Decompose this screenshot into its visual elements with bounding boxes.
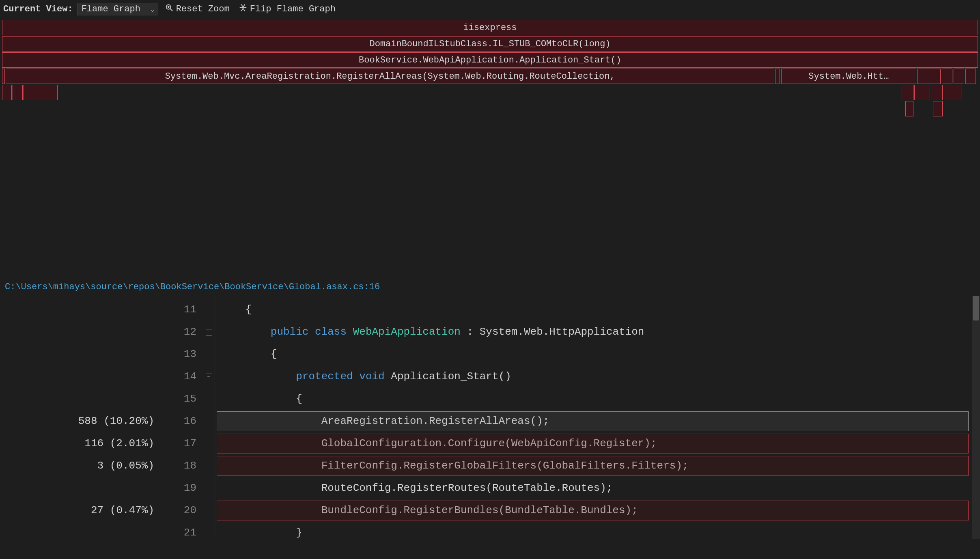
reset-zoom-button[interactable]: Reset Zoom (162, 2, 232, 16)
flame-frame[interactable] (917, 69, 941, 84)
metric-value (0, 366, 154, 388)
line-number: 11 (162, 299, 196, 321)
flame-frame[interactable] (775, 69, 780, 84)
line-number-gutter: 1112131415161718192021 (162, 296, 203, 539)
flame-frame[interactable] (905, 101, 913, 116)
code-line[interactable]: BundleConfig.RegisterBundles(BundleTable… (215, 499, 980, 522)
flame-row (0, 101, 980, 117)
flame-frame[interactable] (2, 69, 5, 84)
line-number: 18 (162, 455, 196, 477)
metric-value: 588 (10.20%) (0, 410, 154, 432)
code-line[interactable]: RouteConfig.RegisterRoutes(RouteTable.Ro… (215, 477, 980, 499)
line-number: 14 (162, 366, 196, 388)
fold-toggle (203, 455, 215, 477)
flame-frame[interactable] (24, 85, 58, 100)
fold-toggle[interactable]: − (203, 366, 215, 388)
fold-toggle[interactable]: − (203, 321, 215, 343)
code-line[interactable]: { (215, 388, 980, 410)
code-editor: 588 (10.20%)116 (2.01%)3 (0.05%)27 (0.47… (0, 296, 980, 539)
fold-toggle (203, 477, 215, 499)
collapse-icon: − (206, 329, 212, 335)
current-view-label: Current View: (3, 4, 73, 14)
fold-toggle (203, 388, 215, 410)
fold-toggle (203, 410, 215, 432)
svg-line-1 (170, 9, 172, 11)
metric-value (0, 388, 154, 410)
metric-value (0, 522, 154, 544)
code-line[interactable]: AreaRegistration.RegisterAllAreas(); (215, 410, 980, 432)
chevron-down-icon: ⌄ (151, 5, 155, 13)
code-lines[interactable]: { public class WebApiApplication : Syste… (215, 296, 980, 539)
metric-value (0, 477, 154, 499)
flame-frame[interactable] (902, 85, 913, 100)
flame-row (0, 85, 980, 101)
code-line[interactable]: { (215, 343, 980, 366)
fold-toggle (203, 432, 215, 455)
metric-value (0, 299, 154, 321)
flip-flame-button[interactable]: Flip Flame Graph (236, 2, 338, 16)
metric-value (0, 321, 154, 343)
flame-frame[interactable]: BookService.WebApiApplication.Applicatio… (2, 52, 978, 68)
metric-value: 27 (0.47%) (0, 499, 154, 522)
code-line[interactable]: { (215, 299, 980, 321)
flame-frame[interactable]: DomainBoundILStubClass.IL_STUB_COMtoCLR(… (2, 36, 978, 52)
line-number: 17 (162, 432, 196, 455)
flame-frame[interactable] (954, 69, 965, 84)
fold-toggle (203, 522, 215, 544)
line-number: 16 (162, 410, 196, 432)
view-dropdown[interactable]: Flame Graph ⌄ (77, 3, 158, 15)
hot-path-highlight (217, 456, 969, 476)
line-number: 12 (162, 321, 196, 343)
hot-path-highlight (217, 411, 969, 431)
fold-toggle (203, 499, 215, 522)
metric-value (0, 343, 154, 366)
code-line[interactable]: protected void Application_Start() (215, 366, 980, 388)
reset-zoom-label: Reset Zoom (176, 4, 230, 14)
flame-row: iisexpress (0, 20, 980, 36)
code-line[interactable]: } (215, 522, 980, 544)
flame-frame[interactable] (2, 85, 12, 100)
flame-frame[interactable] (931, 85, 943, 100)
flame-row: BookService.WebApiApplication.Applicatio… (0, 52, 980, 69)
flip-flame-label: Flip Flame Graph (250, 4, 336, 14)
flame-frame[interactable]: iisexpress (2, 20, 978, 35)
file-path[interactable]: C:\Users\mihays\source\repos\BookService… (0, 278, 980, 296)
flame-frame[interactable] (914, 85, 930, 100)
hot-path-highlight (217, 434, 969, 454)
flame-frame[interactable] (944, 85, 961, 100)
fold-toggle (203, 343, 215, 366)
flame-frame[interactable] (933, 101, 943, 116)
code-line[interactable]: GlobalConfiguration.Configure(WebApiConf… (215, 432, 980, 455)
line-number: 20 (162, 499, 196, 522)
code-line[interactable]: FilterConfig.RegisterGlobalFilters(Globa… (215, 455, 980, 477)
collapse-icon: − (206, 374, 212, 380)
zoom-icon (165, 3, 174, 15)
flame-frame[interactable] (13, 85, 22, 100)
metrics-gutter: 588 (10.20%)116 (2.01%)3 (0.05%)27 (0.47… (0, 296, 162, 539)
code-line[interactable]: public class WebApiApplication : System.… (215, 321, 980, 343)
line-number: 15 (162, 388, 196, 410)
metric-value: 116 (2.01%) (0, 432, 154, 455)
flame-graph[interactable]: iisexpressDomainBoundILStubClass.IL_STUB… (0, 18, 980, 278)
line-number: 13 (162, 343, 196, 366)
fold-gutter: −− (203, 296, 215, 539)
flame-row: DomainBoundILStubClass.IL_STUB_COMtoCLR(… (0, 36, 980, 52)
flip-icon (239, 3, 248, 15)
line-number: 19 (162, 477, 196, 499)
flame-row: System.Web.Mvc.AreaRegistration.Register… (0, 69, 980, 85)
flame-frame[interactable] (965, 69, 976, 84)
flame-frame[interactable]: System.Web.Htt… (781, 69, 916, 84)
flame-frame[interactable]: System.Web.Mvc.AreaRegistration.Register… (6, 69, 774, 84)
metric-value: 3 (0.05%) (0, 455, 154, 477)
flame-frame[interactable] (942, 69, 953, 84)
hot-path-highlight (217, 501, 969, 520)
fold-toggle (203, 299, 215, 321)
toolbar: Current View: Flame Graph ⌄ Reset Zoom F… (0, 0, 980, 18)
dropdown-value: Flame Graph (82, 4, 140, 14)
line-number: 21 (162, 522, 196, 544)
